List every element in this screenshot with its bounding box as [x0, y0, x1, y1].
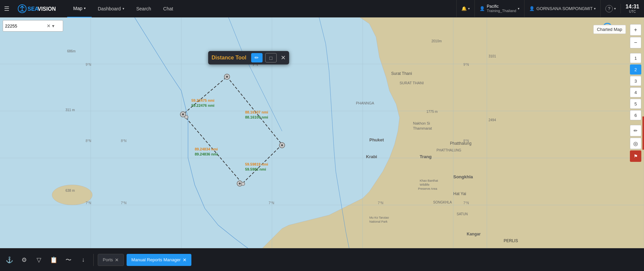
svg-text:2494: 2494 [489, 118, 496, 122]
svg-text:311 m: 311 m [65, 108, 75, 112]
alert-flag-button[interactable]: ⚑ [630, 150, 641, 162]
search-input[interactable] [5, 24, 45, 29]
svg-text:1775 m: 1775 m [426, 110, 438, 114]
search-dropdown-button[interactable]: ▾ [52, 23, 54, 29]
svg-text:8°N: 8°N [86, 139, 91, 143]
svg-text:PERLIS: PERLIS [504, 238, 518, 243]
search-overlay: ✕ ▾ [3, 20, 63, 32]
svg-text:Nakhon Si: Nakhon Si [413, 121, 430, 125]
svg-point-21 [281, 144, 283, 146]
layer-3-button[interactable]: 3 [630, 76, 641, 86]
map-arrow-icon: ▾ [84, 6, 86, 10]
hamburger-menu[interactable]: ☰ [0, 0, 13, 17]
svg-text:PHATTHALUNG: PHATTHALUNG [436, 148, 461, 152]
svg-text:7°N: 7°N [463, 201, 469, 205]
svg-point-18 [182, 114, 184, 116]
svg-text:Phuket: Phuket [369, 137, 384, 142]
svg-text:Hat Yai: Hat Yai [453, 191, 466, 196]
zoom-out-button[interactable]: − [630, 37, 641, 48]
svg-text:686m: 686m [67, 49, 76, 53]
layer-1-button[interactable]: 1 [630, 53, 641, 63]
manual-reports-close-button[interactable]: ✕ [183, 257, 187, 263]
nav-search[interactable]: Search [130, 0, 157, 17]
layer-5-button[interactable]: 5 [630, 99, 641, 109]
zoom-in-button[interactable]: + [630, 24, 641, 36]
region-label: Pacific [487, 4, 516, 9]
svg-text:7°N: 7°N [378, 201, 383, 205]
user-profile[interactable]: 👤 GORNSANA SOMPONGMIT ▾ [524, 0, 601, 17]
user-icon: 👤 [529, 6, 535, 11]
draw-tool-button[interactable]: ✏ [630, 125, 641, 136]
settings-icon-button[interactable]: ⚙ [18, 254, 30, 266]
svg-point-19 [185, 116, 188, 119]
bell-icon: 🔔 [461, 6, 467, 11]
download-icon-button[interactable]: ↓ [77, 254, 89, 266]
svg-text:SATUN: SATUN [457, 212, 468, 216]
dashboard-arrow-icon: ▾ [123, 7, 124, 10]
nav-dashboard[interactable]: Dashboard ▾ [92, 0, 130, 17]
layer-6-button[interactable]: 6 [630, 110, 641, 120]
analytics-icon-button[interactable]: 〜 [62, 254, 75, 266]
svg-point-23 [239, 183, 241, 185]
nav-map[interactable]: Map ▾ [67, 0, 92, 17]
distance-tool-panel: Distance Tool ✏ □ ✕ [208, 51, 289, 64]
svg-text:Trang: Trang [420, 154, 431, 159]
svg-text:Khao Banthat: Khao Banthat [420, 179, 438, 182]
svg-text:9°N: 9°N [463, 63, 469, 66]
svg-text:2010m: 2010m [431, 39, 442, 43]
svg-text:Wildlife: Wildlife [420, 183, 429, 186]
svg-text:7°N: 7°N [86, 201, 91, 205]
svg-text:SONGKHLA: SONGKHLA [433, 200, 452, 204]
help-button[interactable]: ? ▾ [600, 0, 620, 17]
layers-icon-button[interactable]: ⚓ [3, 254, 15, 266]
svg-text:8°N: 8°N [463, 139, 469, 143]
svg-text:Mu Ko Tarutao: Mu Ko Tarutao [369, 216, 389, 219]
svg-text:Songkhla: Songkhla [453, 174, 473, 179]
user-feedback-button[interactable]: User Feedback [643, 116, 644, 149]
top-navigation: ☰ SEA VISION Map ▾ Dashboard ▾ Search Ch… [0, 0, 644, 17]
alert-icon: ⚑ [634, 153, 638, 159]
region-sublabel: Training_Thailand [487, 9, 516, 13]
distance-tool-close-button[interactable]: ✕ [281, 54, 286, 61]
svg-text:Kangar: Kangar [467, 232, 481, 236]
svg-point-16 [226, 76, 228, 78]
svg-text:Krabi: Krabi [366, 154, 377, 159]
notifications-button[interactable]: 🔔 ▾ [456, 0, 474, 17]
distance-tool-square-button[interactable]: □ [265, 53, 277, 62]
svg-text:9°N: 9°N [86, 63, 91, 66]
nav-right-area: 🔔 ▾ 👤 Pacific Training_Thailand ▾ 👤 GORN… [456, 0, 644, 17]
ports-tab[interactable]: Ports ✕ [98, 254, 124, 266]
toolbar-separator [93, 254, 94, 266]
svg-text:Surat Thani: Surat Thani [391, 71, 412, 76]
filter-icon-button[interactable]: ▽ [33, 254, 45, 266]
svg-point-24 [241, 182, 245, 186]
svg-text:3101: 3101 [489, 54, 496, 58]
app-logo[interactable]: SEA VISION [13, 0, 67, 17]
profile-region[interactable]: 👤 Pacific Training_Thailand ▾ [474, 0, 524, 17]
distance-tool-edit-button[interactable]: ✏ [251, 53, 263, 62]
right-controls: + − 1 2 3 4 5 6 ✏ ◎ ⚑ [630, 24, 641, 162]
manual-reports-tab[interactable]: Manual Reports Manager ✕ [127, 254, 191, 266]
nav-chat[interactable]: Chat [157, 0, 179, 17]
search-box[interactable]: ✕ ▾ [3, 20, 63, 32]
svg-text:7°N: 7°N [121, 201, 127, 205]
clipboard-icon-button[interactable]: 📋 [48, 254, 60, 266]
region-icon: 👤 [479, 6, 485, 11]
notifications-arrow: ▾ [468, 7, 470, 10]
svg-text:Thammarat: Thammarat [413, 126, 432, 130]
bottom-toolbar: ⚓ ⚙ ▽ 📋 〜 ↓ Ports ✕ Manual Reports Manag… [0, 248, 644, 271]
map-area[interactable]: SURAT THANI PHANNGA Phuket Nakhon Si Tha… [0, 17, 644, 248]
help-arrow: ▾ [614, 7, 616, 10]
search-clear-button[interactable]: ✕ [47, 23, 51, 29]
charted-map-label: Charted Map [593, 25, 626, 34]
layer-4-button[interactable]: 4 [630, 87, 641, 97]
svg-text:SURAT THANI: SURAT THANI [400, 81, 424, 85]
ports-close-button[interactable]: ✕ [115, 257, 119, 263]
distance-tool-label: Distance Tool [212, 55, 246, 61]
location-target-button[interactable]: ◎ [630, 138, 641, 149]
help-icon: ? [605, 5, 613, 12]
svg-text:8°N: 8°N [121, 139, 127, 143]
svg-text:SEA: SEA [28, 6, 39, 12]
layer-2-button[interactable]: 2 [630, 64, 641, 75]
svg-text:Preserve Area: Preserve Area [418, 187, 437, 190]
